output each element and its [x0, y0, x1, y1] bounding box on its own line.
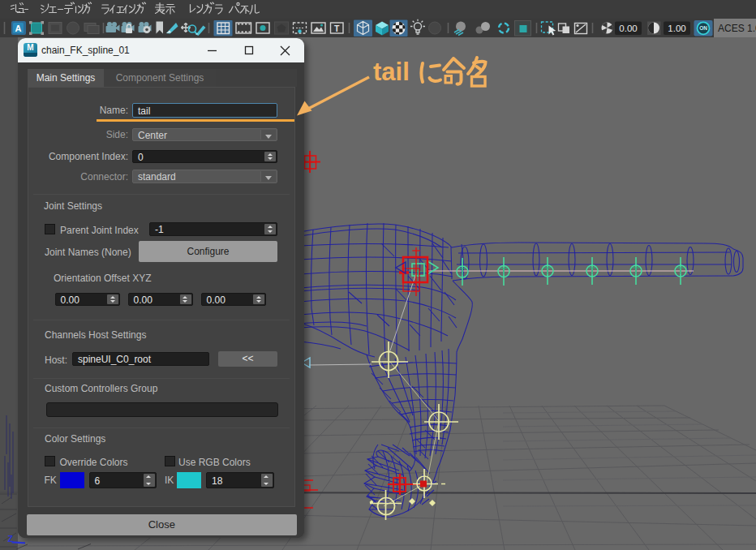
svg-text:T: T	[334, 24, 340, 33]
svg-text:0.00: 0.00	[619, 24, 637, 33]
svg-text:ON: ON	[699, 25, 707, 31]
svg-text:1.00: 1.00	[668, 24, 685, 33]
svg-text:ACES 1.0: ACES 1.0	[718, 23, 756, 34]
svg-text:A: A	[15, 24, 22, 33]
